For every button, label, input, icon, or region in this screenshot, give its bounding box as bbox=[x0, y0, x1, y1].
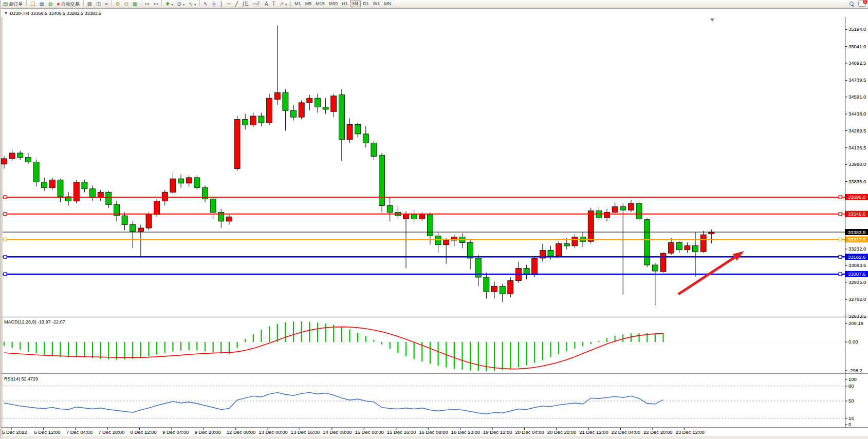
time-label: 9 Dec 04:00 bbox=[162, 429, 189, 435]
timeframe-D1[interactable]: D1 bbox=[361, 1, 371, 7]
fibo-retracement-icon: ƒE bbox=[242, 2, 248, 7]
toolbar-button-charts-ticket[interactable]: ❏ bbox=[28, 1, 37, 8]
time-label: 14 Dec 08:00 bbox=[323, 429, 352, 435]
toolbar-separator bbox=[161, 0, 162, 6]
toolbar-button-cursor[interactable]: ↖ bbox=[201, 1, 210, 8]
toolbar-button-line-chart-mode[interactable]: ≈ bbox=[103, 1, 110, 8]
hline-handle[interactable] bbox=[839, 273, 842, 276]
candle-body bbox=[2, 159, 7, 164]
search-icon[interactable] bbox=[849, 2, 854, 6]
toolbar-button-horizontal-line[interactable]: ─ bbox=[225, 1, 233, 8]
hline-handle[interactable] bbox=[839, 213, 842, 216]
candle-body bbox=[500, 286, 505, 294]
price-tag-text: 33696.0 bbox=[848, 194, 865, 200]
timeframe-W1[interactable]: W1 bbox=[371, 1, 382, 7]
candle-body bbox=[234, 120, 240, 169]
price-label: 32633.5 bbox=[848, 313, 866, 319]
candle-body bbox=[154, 201, 160, 215]
toolbar-button-period-clock[interactable]: ⊙▾ bbox=[175, 1, 186, 8]
toolbar-button-label: 自动交易 bbox=[61, 1, 80, 8]
toolbar-button-indicators-list[interactable]: ∿▾ bbox=[187, 1, 198, 8]
timeframe-MN[interactable]: MN bbox=[382, 1, 393, 7]
candle-body bbox=[250, 116, 256, 125]
chart-gallery-icon: ▦ bbox=[39, 2, 44, 7]
toolbar-button-arrows-objects[interactable]: ↗▾ bbox=[278, 1, 289, 8]
candle-body bbox=[82, 182, 87, 189]
time-label: 22 Dec 20:00 bbox=[643, 429, 673, 435]
toolbar-button-chart-gallery[interactable]: ▦ bbox=[37, 1, 46, 8]
candle-body bbox=[106, 192, 112, 204]
toolbar-button-zoom-out[interactable]: ⊖ bbox=[122, 1, 130, 8]
toolbar-button-trendline[interactable]: ╱ bbox=[233, 1, 240, 8]
price-label: 35194.0 bbox=[848, 26, 866, 32]
toolbar-button-autotrading[interactable]: ●自动交易 bbox=[55, 1, 82, 8]
hline-handle[interactable] bbox=[839, 255, 842, 258]
new-order-icon: ▤ bbox=[3, 2, 8, 7]
candle-body bbox=[363, 134, 368, 143]
hline-handle[interactable] bbox=[4, 238, 7, 241]
toolbar-button-chart-shift[interactable]: ↦ bbox=[143, 1, 151, 8]
charts-ticket-icon: ❏ bbox=[30, 2, 35, 7]
toolbar-button-add-object[interactable]: ✚▾ bbox=[163, 1, 175, 8]
price-tag-text: 33007.6 bbox=[848, 271, 865, 277]
price-label: 33083.5 bbox=[848, 262, 866, 268]
rsi-indicator-label: RSI(14) 52.4729 bbox=[4, 376, 38, 381]
collapse-chart-icon[interactable]: ▼ bbox=[4, 11, 8, 15]
zoom-in-icon: ⊕ bbox=[116, 2, 120, 7]
toolbar-button-tile-windows[interactable]: ▦ bbox=[131, 1, 139, 8]
price-label: 34591.0 bbox=[848, 94, 866, 100]
price-tag-text: 33383.5 bbox=[848, 230, 865, 235]
time-label: 13 Dec 00:00 bbox=[258, 429, 288, 435]
candle-body bbox=[170, 179, 176, 192]
hline-handle[interactable] bbox=[4, 255, 7, 258]
candle-body bbox=[323, 107, 328, 109]
time-label: 15 Dec 00:00 bbox=[355, 429, 384, 435]
hline-handle[interactable] bbox=[839, 196, 842, 199]
timeframe-M5[interactable]: M5 bbox=[303, 1, 314, 7]
time-label: 20 Dec 20:00 bbox=[547, 429, 577, 435]
hline-handle[interactable] bbox=[4, 213, 7, 216]
toolbar-button-zoom-in[interactable]: ⊕ bbox=[114, 1, 122, 8]
toolbar-button-crosshair[interactable]: ┼ bbox=[210, 1, 218, 8]
candle-body bbox=[178, 179, 184, 183]
timeframe-M1[interactable]: M1 bbox=[292, 1, 303, 7]
candle-body bbox=[49, 180, 55, 187]
timeframe-M30[interactable]: M30 bbox=[327, 1, 340, 7]
mql5-signal-icon: ◍ bbox=[48, 2, 53, 7]
hline-handle[interactable] bbox=[4, 196, 7, 199]
timeframe-H4[interactable]: H4 bbox=[350, 1, 361, 7]
notifications-icon[interactable]: 1 bbox=[858, 1, 866, 7]
toolbar-button-groups: ▤新订单❏▦◍●自动交易▥◫≈⊕⊖▦↦↤✚▾⊙▾∿▾↖┼│─╱ƒE▭FAT↗▾ bbox=[1, 0, 289, 8]
toolbar-button-text-a[interactable]: A bbox=[263, 1, 270, 8]
candle-body bbox=[283, 92, 288, 110]
candle-body bbox=[25, 158, 31, 162]
time-label: 9 Dec 20:00 bbox=[194, 429, 220, 435]
toolbar-button-mql5-signal[interactable]: ◍ bbox=[46, 1, 55, 8]
toolbar-button-bar-chart-mode[interactable]: ▥ bbox=[85, 1, 94, 8]
candle-body bbox=[435, 236, 441, 244]
candle-body bbox=[700, 235, 706, 252]
toolbar-button-vertical-line[interactable]: │ bbox=[218, 1, 225, 8]
toolbar-button-auto-scroll[interactable]: ↤ bbox=[152, 1, 160, 8]
chevron-down-icon: ▾ bbox=[285, 3, 287, 6]
hline-handle[interactable] bbox=[4, 273, 7, 276]
toolbar-button-channels[interactable]: ▭F bbox=[250, 1, 263, 8]
rsi-axis-label: 15 bbox=[848, 415, 854, 421]
candle-body bbox=[9, 153, 15, 159]
toolbar-button-new-order[interactable]: ▤新订单 bbox=[1, 1, 25, 8]
timeframe-M15[interactable]: M15 bbox=[313, 1, 327, 7]
candle-body bbox=[315, 98, 321, 107]
candle-body bbox=[17, 153, 23, 158]
toolbar-button-text-label[interactable]: T bbox=[270, 1, 278, 8]
price-label: 34289.5 bbox=[848, 128, 866, 133]
candle-body bbox=[644, 220, 650, 265]
chart-canvas[interactable]: 35194.035041.034892.534739.534591.034438… bbox=[1, 17, 868, 439]
toolbar-button-fibo-retracement[interactable]: ƒE bbox=[240, 1, 250, 8]
time-label: 22 Dec 04:00 bbox=[612, 429, 641, 435]
hline-handle[interactable] bbox=[839, 238, 842, 241]
timeframe-H1[interactable]: H1 bbox=[340, 1, 350, 7]
toolbar-separator bbox=[199, 0, 200, 6]
candle-body bbox=[564, 244, 569, 246]
candle-body bbox=[347, 124, 353, 139]
toolbar-button-candle-chart-mode[interactable]: ◫ bbox=[94, 1, 103, 8]
